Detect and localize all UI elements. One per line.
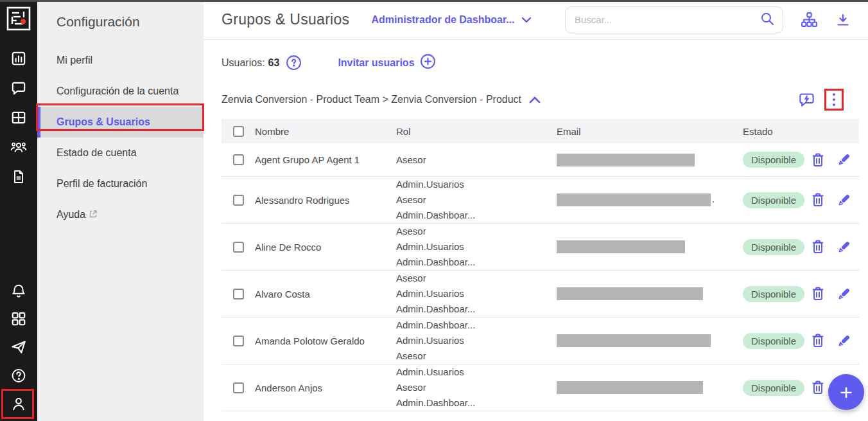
table-header: Nombre Rol Email Estado — [221, 119, 859, 143]
help-icon[interactable] — [10, 367, 27, 384]
download-icon[interactable] — [835, 12, 851, 28]
user-name: Alessandro Rodrigues — [255, 195, 396, 206]
search-input[interactable] — [575, 14, 759, 25]
question-circle-icon[interactable] — [286, 55, 302, 71]
app-rail — [0, 0, 37, 421]
row-checkbox[interactable] — [233, 195, 244, 206]
search-box — [565, 6, 783, 33]
apps-icon[interactable] — [10, 310, 27, 327]
table-row: Aline De RoccoAsesorAdmin.UsuariosAdmin.… — [221, 224, 859, 271]
trash-icon[interactable] — [810, 152, 826, 168]
trash-icon[interactable] — [810, 379, 826, 396]
settings-sidebar: Configuración Mi perfil Configuración de… — [37, 0, 204, 421]
user-roles: Admin.UsuariosAsesorAdmin.Dashboar... — [396, 177, 557, 223]
sidebar-item-estado-cuenta[interactable]: Estado de cuenta — [37, 138, 204, 168]
table-row: Agent Grupo AP Agent 1AsesorDisponible — [221, 143, 859, 177]
user-name: Alvaro Costa — [255, 289, 396, 300]
org-chart-icon[interactable] — [801, 12, 818, 28]
row-checkbox[interactable] — [233, 242, 244, 253]
column-header-rol: Rol — [396, 126, 557, 137]
users-summary: Usuarios: 63 Invitar usuarios — [221, 53, 859, 72]
user-roles: Admin.UsuariosAsesorAdmin.Dashboar... — [396, 364, 557, 411]
sidebar-item-perfil-facturacion[interactable]: Perfil de facturación — [37, 168, 204, 199]
page-title: Grupos & Usuarios — [221, 11, 349, 28]
user-name: Aline De Rocco — [255, 242, 396, 253]
user-name: Anderson Anjos — [255, 382, 396, 393]
annotation-box-kebab — [824, 89, 844, 111]
select-all-checkbox[interactable] — [233, 126, 244, 137]
pencil-icon[interactable] — [836, 192, 852, 208]
table-row: Alessandro RodriguesAdmin.UsuariosAsesor… — [221, 177, 859, 224]
status-badge: Disponible — [743, 333, 804, 349]
group-breadcrumb-row: Zenvia Conversion - Product Team > Zenvi… — [221, 89, 859, 111]
user-roles: Asesor — [396, 152, 557, 168]
kebab-menu-icon[interactable] — [831, 93, 837, 107]
pencil-icon[interactable] — [836, 286, 852, 302]
bar-chart-icon[interactable] — [10, 50, 27, 67]
main-area: Grupos & Usuarios Administrador de Dashb… — [204, 0, 868, 421]
column-header-email: Email — [557, 126, 743, 137]
content-area: Usuarios: 63 Invitar usuarios — [204, 40, 868, 417]
chat-icon[interactable] — [10, 80, 27, 96]
bell-icon[interactable] — [10, 282, 27, 299]
send-icon[interactable] — [10, 339, 27, 355]
trash-icon[interactable] — [810, 192, 826, 208]
pencil-icon[interactable] — [836, 333, 852, 349]
chat-lightning-icon[interactable] — [798, 91, 815, 109]
user-email-redacted: . — [557, 193, 743, 206]
sidebar-item-ayuda[interactable]: Ayuda — [37, 199, 204, 230]
grid-icon[interactable] — [10, 109, 27, 126]
user-roles: Admin.Dashboar...Admin.UsuariosAsesor — [396, 318, 557, 364]
user-email-redacted — [557, 381, 743, 394]
user-email-redacted — [557, 240, 743, 253]
user-email-redacted — [557, 154, 743, 166]
user-roles: AsesorAdmin.UsuariosAdmin.Dashboar... — [396, 224, 557, 270]
window-top-border — [0, 0, 868, 2]
profile-icon[interactable] — [10, 395, 27, 412]
user-name: Amanda Polotow Geraldo — [255, 336, 396, 346]
users-icon[interactable] — [10, 139, 27, 156]
status-badge: Disponible — [743, 286, 804, 302]
sidebar-item-mi-perfil[interactable]: Mi perfil — [37, 45, 204, 76]
row-checkbox[interactable] — [233, 154, 244, 165]
table-row: Alvaro CostaAsesorAdmin.UsuariosAdmin.Da… — [221, 271, 859, 318]
zenvia-logo[interactable] — [6, 6, 31, 31]
pencil-icon[interactable] — [836, 239, 852, 255]
status-badge: Disponible — [743, 192, 804, 208]
plus-circle-icon — [420, 53, 436, 72]
sidebar-item-grupos-usuarios[interactable]: Grupos & Usuarios — [37, 107, 204, 138]
status-badge: Disponible — [743, 152, 804, 168]
search-icon[interactable] — [759, 11, 775, 29]
trash-icon[interactable] — [810, 238, 826, 255]
user-email-redacted — [557, 287, 743, 300]
chevron-up-icon[interactable] — [529, 96, 541, 103]
trash-icon[interactable] — [810, 285, 826, 302]
page-header: Grupos & Usuarios Administrador de Dashb… — [204, 0, 868, 40]
pencil-icon[interactable] — [836, 152, 852, 168]
sidebar-title: Configuración — [37, 14, 204, 30]
trash-icon[interactable] — [810, 332, 826, 349]
status-badge: Disponible — [743, 239, 804, 255]
breadcrumb[interactable]: Zenvia Conversion - Product Team > Zenvi… — [221, 94, 541, 105]
chevron-down-icon — [521, 14, 532, 26]
row-checkbox[interactable] — [233, 336, 244, 346]
row-checkbox[interactable] — [233, 289, 244, 300]
sidebar-item-configuracion-cuenta[interactable]: Configuración de la cuenta — [37, 76, 204, 107]
role-dropdown[interactable]: Administrador de Dashboar... — [371, 14, 531, 26]
users-count: 63 — [268, 57, 280, 69]
table-row: Amanda Polotow GeraldoAdmin.Dashboar...A… — [221, 318, 859, 364]
status-badge: Disponible — [743, 380, 804, 396]
invite-users-button[interactable]: Invitar usuarios — [338, 53, 435, 72]
user-email-redacted — [557, 334, 743, 347]
user-name: Agent Grupo AP Agent 1 — [255, 154, 396, 165]
users-table: Nombre Rol Email Estado Agent Grupo AP A… — [221, 119, 859, 417]
table-row-partial: Admin.Usuarios — [221, 411, 859, 417]
user-roles: AsesorAdmin.UsuariosAdmin.Dashboar... — [396, 271, 557, 317]
external-link-icon — [89, 209, 97, 220]
document-icon[interactable] — [10, 168, 27, 185]
row-checkbox[interactable] — [233, 382, 244, 393]
users-label: Usuarios: — [221, 57, 265, 69]
table-row: Anderson AnjosAdmin.UsuariosAsesorAdmin.… — [221, 364, 859, 411]
add-user-fab[interactable]: + — [828, 374, 864, 410]
column-header-estado: Estado — [743, 126, 859, 137]
